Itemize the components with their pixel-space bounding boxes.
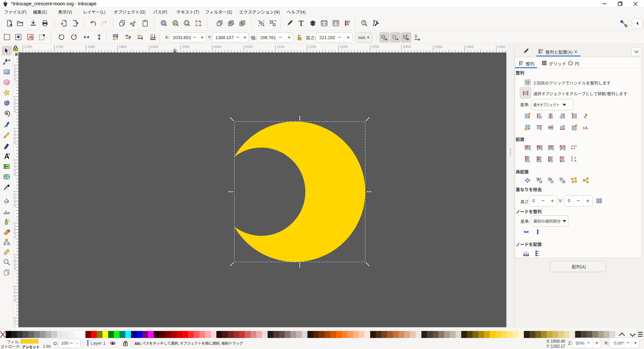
svg-text:y: y	[574, 156, 576, 159]
svg-text:a: a	[586, 113, 587, 116]
svg-text:0: 0	[14, 203, 16, 207]
svg-text:1850: 1850	[119, 45, 127, 49]
svg-text:1700: 1700	[24, 45, 32, 49]
svg-text:2450: 2450	[498, 45, 506, 49]
svg-text:0: 0	[14, 109, 16, 113]
svg-text:2050: 2050	[245, 45, 253, 49]
svg-text:2400: 2400	[466, 45, 474, 49]
svg-text:1800: 1800	[87, 45, 95, 49]
svg-text:1900: 1900	[150, 45, 158, 49]
svg-text:a: a	[586, 125, 587, 129]
svg-text:2150: 2150	[308, 45, 316, 49]
svg-text:0: 0	[14, 77, 16, 81]
svg-text:a: a	[575, 159, 576, 162]
svg-text:0: 0	[14, 326, 16, 327]
svg-text:0: 0	[14, 298, 16, 302]
svg-text:2200: 2200	[340, 45, 348, 49]
svg-text:2000: 2000	[213, 45, 221, 49]
svg-text:2100: 2100	[277, 45, 285, 49]
svg-text:2350: 2350	[435, 45, 443, 49]
svg-text:1750: 1750	[56, 45, 64, 49]
svg-text:0: 0	[14, 235, 16, 239]
svg-text:y: y	[584, 115, 585, 118]
svg-text:1950: 1950	[182, 45, 190, 49]
svg-text:y: y	[583, 125, 584, 129]
svg-text:2300: 2300	[403, 45, 411, 49]
svg-text:y: y	[573, 146, 575, 150]
svg-text:2250: 2250	[371, 45, 379, 49]
svg-text:0: 0	[14, 172, 16, 176]
svg-text:0: 0	[14, 140, 16, 144]
svg-text:0: 0	[14, 266, 16, 270]
svg-text:a: a	[571, 146, 573, 150]
